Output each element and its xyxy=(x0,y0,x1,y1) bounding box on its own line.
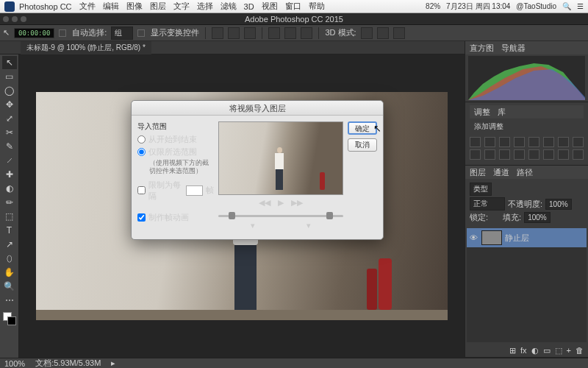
radio-selected-range[interactable]: 仅限所选范围 xyxy=(137,146,214,158)
pen-tool[interactable]: ↗ xyxy=(2,238,17,251)
checkbox-limit-frames[interactable]: 限制为每隔 帧 xyxy=(137,180,214,202)
zoom-tool[interactable]: 🔍 xyxy=(2,280,17,293)
new-layer-icon[interactable]: + xyxy=(567,346,571,355)
slider-in-handle[interactable] xyxy=(229,212,235,219)
tab-adjustments[interactable]: 调整 xyxy=(474,107,490,118)
trash-icon[interactable]: 🗑 xyxy=(576,346,584,355)
adjustment-icon[interactable] xyxy=(484,137,495,147)
eyedropper-tool[interactable]: ✂ xyxy=(2,126,17,139)
layer-filter-kind[interactable]: 类型 xyxy=(470,183,492,196)
layer-thumbnail[interactable] xyxy=(481,230,502,245)
adjustment-icon[interactable] xyxy=(558,137,569,147)
shape-tool[interactable]: ⬯ xyxy=(2,252,17,265)
adjustment-icon[interactable] xyxy=(543,137,554,147)
3d-icon[interactable] xyxy=(361,27,373,39)
ok-button[interactable]: 确定 xyxy=(348,121,377,135)
menu-help[interactable]: 帮助 xyxy=(309,1,325,12)
lasso-tool[interactable]: ◯ xyxy=(2,84,17,97)
play-icon[interactable]: ▶ xyxy=(278,198,284,208)
adjustment-layer-icon[interactable]: ▭ xyxy=(543,346,551,355)
history-brush-tool[interactable]: ◐ xyxy=(2,182,17,195)
menu-edit[interactable]: 编辑 xyxy=(103,1,119,12)
wand-tool[interactable]: ✥ xyxy=(2,98,17,111)
type-tool[interactable]: T xyxy=(2,224,17,237)
move-tool-icon[interactable]: ↖ xyxy=(3,28,10,38)
adjustment-icon[interactable] xyxy=(484,149,495,160)
fill-field[interactable]: 100% xyxy=(524,212,551,223)
tab-navigator[interactable]: 导航器 xyxy=(501,43,526,54)
tab-channels[interactable]: 通道 xyxy=(493,167,509,178)
app-name[interactable]: Photoshop CC xyxy=(19,2,72,11)
layer-name[interactable]: 静止层 xyxy=(505,233,529,244)
gradient-tool[interactable]: ⬚ xyxy=(2,210,17,223)
adjustment-icon[interactable] xyxy=(499,137,510,147)
frame-interval-field[interactable] xyxy=(186,185,203,196)
3d-icon[interactable] xyxy=(393,27,405,39)
document-tab[interactable]: 未标题-9 @ 100% (静止层, RGB/8) * xyxy=(21,41,151,54)
traffic-lights[interactable] xyxy=(3,16,26,22)
align-icon[interactable] xyxy=(228,27,240,39)
heal-tool[interactable]: ✎ xyxy=(2,140,17,153)
layer-row[interactable]: 👁 静止层 xyxy=(467,228,587,247)
slider-out-handle[interactable] xyxy=(326,212,333,219)
tab-libraries[interactable]: 库 xyxy=(498,107,506,118)
adjustment-icon[interactable] xyxy=(543,149,554,160)
rewind-icon[interactable]: ◀◀ xyxy=(259,198,270,208)
menu-icon[interactable]: ☰ xyxy=(577,2,584,10)
adjustment-icon[interactable] xyxy=(528,137,539,147)
hand-tool[interactable]: ✋ xyxy=(2,266,17,279)
menu-file[interactable]: 文件 xyxy=(79,1,96,12)
color-swatches[interactable] xyxy=(3,312,16,325)
mask-icon[interactable]: ◐ xyxy=(531,346,539,355)
auto-select-checkbox[interactable] xyxy=(59,29,66,37)
chevron-right-icon[interactable]: ▸ xyxy=(111,358,115,368)
visibility-icon[interactable]: 👁 xyxy=(470,233,478,242)
tab-layers[interactable]: 图层 xyxy=(470,167,486,178)
user-name[interactable]: @TaoStudio xyxy=(516,2,556,10)
distribute-icon[interactable] xyxy=(301,27,312,39)
adjustment-icon[interactable] xyxy=(573,149,584,160)
distribute-icon[interactable] xyxy=(284,27,296,39)
align-icon[interactable] xyxy=(244,27,256,39)
menu-image[interactable]: 图像 xyxy=(126,1,143,12)
adjustment-icon[interactable] xyxy=(514,137,525,147)
group-icon[interactable]: ⬚ xyxy=(555,346,562,355)
brush-tool[interactable]: ⟋ xyxy=(2,154,17,167)
link-icon[interactable]: ⊞ xyxy=(509,346,516,355)
show-transform-checkbox[interactable] xyxy=(137,29,145,37)
marquee-tool[interactable]: ▭ xyxy=(2,70,17,83)
menu-layer[interactable]: 图层 xyxy=(150,1,166,12)
forward-icon[interactable]: ▶▶ xyxy=(291,198,303,208)
adjustment-icon[interactable] xyxy=(514,149,525,160)
tab-histogram[interactable]: 直方图 xyxy=(470,43,494,54)
tab-paths[interactable]: 路径 xyxy=(517,167,533,178)
menu-window[interactable]: 窗口 xyxy=(285,1,301,12)
search-icon[interactable]: 🔍 xyxy=(562,2,571,10)
adjustment-icon[interactable] xyxy=(558,149,569,160)
adjustment-icon[interactable] xyxy=(470,149,481,160)
distribute-icon[interactable] xyxy=(268,27,280,39)
checkbox-make-animation[interactable]: 制作帧动画 xyxy=(137,212,214,223)
adjustment-icon[interactable] xyxy=(573,137,584,147)
stamp-tool[interactable]: ✚ xyxy=(2,168,17,181)
move-tool[interactable]: ↖ xyxy=(2,56,17,69)
fx-icon[interactable]: fx xyxy=(520,346,527,355)
adjustment-icon[interactable] xyxy=(499,149,510,160)
crop-tool[interactable]: ⤢ xyxy=(2,112,17,125)
menu-select[interactable]: 选择 xyxy=(197,1,213,12)
menu-view[interactable]: 视图 xyxy=(262,1,278,12)
opacity-field[interactable]: 100% xyxy=(545,199,572,210)
radio-full-range[interactable]: 从开始到结束 xyxy=(137,134,214,145)
cancel-button[interactable]: 取消 xyxy=(348,138,377,152)
doc-size[interactable]: 文档:5.93M/5.93M xyxy=(35,358,101,368)
3d-icon[interactable] xyxy=(377,27,389,39)
in-marker[interactable]: ▾ xyxy=(251,221,255,230)
adjustment-icon[interactable] xyxy=(528,149,539,160)
align-icon[interactable] xyxy=(212,27,223,39)
eraser-tool[interactable]: ✏ xyxy=(2,196,17,209)
out-marker[interactable]: ▾ xyxy=(306,221,311,230)
more-tools[interactable]: ⋯ xyxy=(2,294,17,307)
menu-type[interactable]: 文字 xyxy=(173,1,190,12)
menu-3d[interactable]: 3D xyxy=(244,2,254,11)
auto-select-dropdown[interactable]: 组 xyxy=(111,26,133,40)
